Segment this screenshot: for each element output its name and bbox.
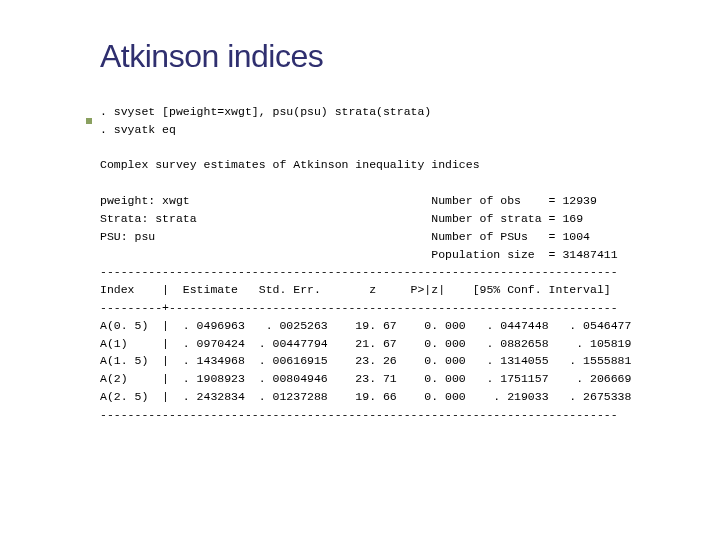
page-title: Atkinson indices — [100, 38, 670, 75]
table-row: A(2) | . 1908923 . 00804946 23. 71 0. 00… — [100, 372, 631, 385]
code-block: . svyset [pweight=xwgt], psu(psu) strata… — [100, 103, 670, 424]
table-row: A(0. 5) | . 0496963 . 0025263 19. 67 0. … — [100, 319, 631, 332]
rule: ----------------------------------------… — [100, 265, 618, 278]
slide: Atkinson indices . svyset [pweight=xwgt]… — [0, 0, 720, 424]
output-heading: Complex survey estimates of Atkinson ine… — [100, 158, 480, 171]
bullet-icon — [86, 118, 92, 124]
meta-line: Strata: strata Number of strata = 169 — [100, 212, 583, 225]
meta-line: pweight: xwgt Number of obs = 12939 — [100, 194, 597, 207]
meta-line: PSU: psu Number of PSUs = 1004 — [100, 230, 590, 243]
table-row: A(2. 5) | . 2432834 . 01237288 19. 66 0.… — [100, 390, 631, 403]
cmd-line-1: . svyset [pweight=xwgt], psu(psu) strata… — [100, 105, 431, 118]
table-row: A(1) | . 0970424 . 00447794 21. 67 0. 00… — [100, 337, 631, 350]
table-row: A(1. 5) | . 1434968 . 00616915 23. 26 0.… — [100, 354, 631, 367]
rule: ----------------------------------------… — [100, 408, 618, 421]
cmd-line-2: . svyatk eq — [100, 123, 176, 136]
rule: ---------+------------------------------… — [100, 301, 618, 314]
meta-line: Population size = 31487411 — [100, 248, 618, 261]
table-header: Index | Estimate Std. Err. z P>|z| [95% … — [100, 283, 611, 296]
